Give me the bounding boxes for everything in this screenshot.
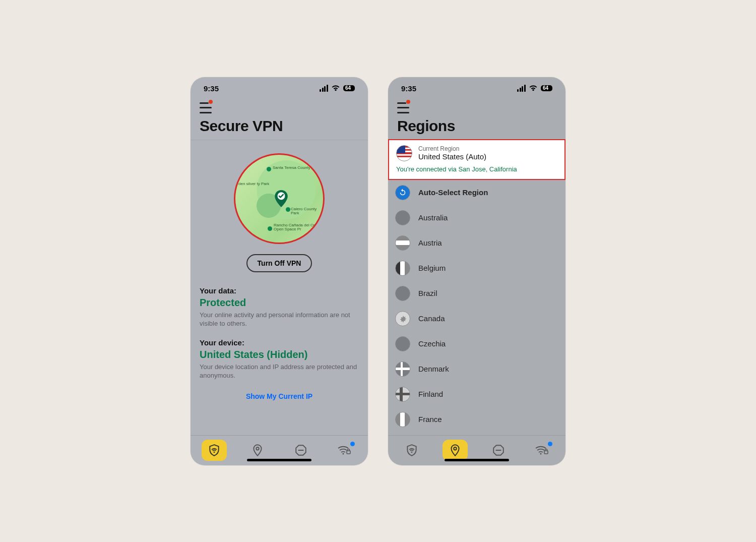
your-device-status: United States (Hidden) — [200, 349, 359, 360]
region-name: Brazil — [418, 289, 437, 297]
region-name: Denmark — [418, 365, 449, 373]
page-title: Secure VPN — [191, 113, 368, 140]
battery-icon: 64 — [343, 85, 355, 91]
shield-wifi-icon — [405, 444, 418, 457]
region-list: Auto-Select Region Australia Austria Bel… — [388, 180, 565, 435]
wifi-icon — [529, 85, 538, 92]
svg-rect-10 — [544, 451, 548, 454]
phone-regions: 9:35 64 Regions Current Region United St… — [388, 77, 565, 465]
map-label: Calero County Park — [291, 207, 323, 216]
cellular-signal-icon — [320, 85, 328, 92]
region-name: Finland — [418, 390, 443, 398]
france-flag-icon — [395, 412, 410, 427]
shield-wifi-icon — [208, 444, 221, 457]
status-bar: 9:35 64 — [191, 77, 368, 96]
your-data-status: Protected — [200, 297, 359, 309]
map-label: Rancho Cañada del Oro Open Space Pr — [274, 223, 323, 232]
your-data-desc: Your online activity and personal inform… — [200, 311, 359, 328]
location-pin-icon — [251, 444, 264, 457]
tab-secure-vpn[interactable] — [202, 440, 227, 461]
us-flag-icon — [396, 145, 412, 161]
tab-secure-vpn[interactable] — [399, 440, 424, 461]
tab-regions[interactable] — [245, 440, 270, 461]
region-name: France — [418, 415, 442, 424]
region-item[interactable]: Brazil — [388, 281, 565, 306]
map-label: den silver ty Park — [238, 182, 269, 187]
phone-secure-vpn: 9:35 64 Secure VPN Santa Teresa County P… — [191, 77, 368, 465]
czechia-flag-icon — [395, 336, 410, 351]
region-item[interactable]: Denmark — [388, 356, 565, 382]
status-icons: 64 — [320, 85, 355, 92]
cellular-signal-icon — [517, 85, 526, 92]
tab-wifi-security[interactable] — [529, 440, 554, 461]
svg-point-7 — [454, 447, 456, 450]
svg-point-9 — [540, 453, 542, 455]
svg-point-6 — [411, 451, 413, 453]
status-time: 9:35 — [401, 84, 416, 93]
belgium-flag-icon — [395, 261, 410, 276]
page-title: Regions — [388, 113, 565, 140]
current-region-value: United States (Auto) — [418, 152, 486, 161]
region-item[interactable]: Australia — [388, 205, 565, 230]
hamburger-menu-button[interactable] — [200, 102, 214, 113]
location-pin-icon — [449, 444, 462, 457]
region-name: Czechia — [418, 339, 446, 348]
status-time: 9:35 — [204, 84, 219, 93]
auto-select-icon — [395, 185, 410, 200]
notification-dot-icon — [350, 442, 355, 446]
wifi-lock-icon — [535, 445, 549, 456]
block-icon — [294, 444, 307, 457]
connection-status: You're connected via San Jose, Californi… — [396, 165, 557, 173]
region-name: Australia — [418, 213, 448, 222]
notification-dot-icon — [209, 100, 213, 104]
brazil-flag-icon — [395, 286, 410, 301]
map-pin-icon — [275, 190, 288, 207]
denmark-flag-icon — [395, 362, 410, 377]
wifi-icon — [331, 85, 340, 92]
status-icons: 64 — [517, 85, 552, 92]
region-item[interactable]: France — [388, 407, 565, 432]
tab-wifi-security[interactable] — [332, 440, 357, 461]
wifi-lock-icon — [337, 445, 351, 456]
svg-point-2 — [256, 447, 259, 450]
region-name: Canada — [418, 314, 445, 323]
region-item[interactable]: Czechia — [388, 331, 565, 356]
vpn-toggle-button[interactable]: Turn Off VPN — [246, 254, 312, 272]
status-bar: 9:35 64 — [388, 77, 565, 96]
map-label: Santa Teresa County Park — [273, 166, 320, 170]
current-region-card[interactable]: Current Region United States (Auto) You'… — [388, 139, 565, 180]
svg-rect-5 — [347, 451, 350, 454]
show-ip-link[interactable]: Show My Current IP — [246, 392, 312, 400]
notification-dot-icon — [548, 442, 552, 446]
battery-icon: 64 — [541, 85, 552, 91]
region-name: Austria — [418, 238, 442, 247]
location-map: Santa Teresa County Park Calero County P… — [234, 153, 325, 244]
hamburger-menu-button[interactable] — [397, 102, 411, 113]
your-device-desc: Your device location and IP address are … — [200, 363, 359, 380]
divider — [191, 140, 368, 140]
tab-block[interactable] — [486, 440, 511, 461]
region-item[interactable]: Canada — [388, 306, 565, 331]
canada-flag-icon — [395, 311, 410, 326]
region-name: Belgium — [418, 264, 446, 272]
svg-point-4 — [343, 453, 344, 455]
tab-block[interactable] — [288, 440, 313, 461]
your-data-heading: Your data: — [200, 286, 359, 295]
home-indicator — [247, 459, 311, 461]
notification-dot-icon — [406, 100, 410, 104]
region-name: Auto-Select Region — [418, 188, 488, 197]
region-item[interactable]: Austria — [388, 230, 565, 256]
svg-point-1 — [214, 451, 215, 453]
block-icon — [492, 444, 505, 457]
region-item[interactable]: Finland — [388, 382, 565, 407]
your-device-heading: Your device: — [200, 338, 359, 347]
australia-flag-icon — [395, 210, 410, 225]
finland-flag-icon — [395, 387, 410, 402]
home-indicator — [445, 459, 509, 461]
austria-flag-icon — [395, 235, 410, 251]
current-region-label: Current Region — [418, 145, 486, 152]
tab-regions[interactable] — [443, 440, 468, 461]
region-item[interactable]: Belgium — [388, 256, 565, 281]
region-auto-select[interactable]: Auto-Select Region — [388, 180, 565, 205]
